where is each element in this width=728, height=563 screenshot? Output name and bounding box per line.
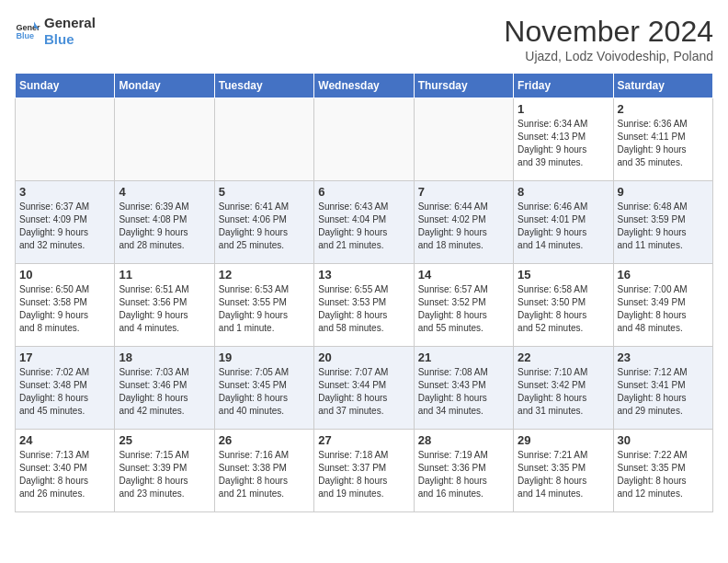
calendar-cell: 25Sunrise: 7:15 AM Sunset: 3:39 PM Dayli… <box>115 430 214 512</box>
weekday-header-saturday: Saturday <box>613 74 712 98</box>
calendar-cell: 23Sunrise: 7:12 AM Sunset: 3:41 PM Dayli… <box>613 347 712 430</box>
calendar-cell <box>414 98 513 181</box>
calendar-cell: 10Sunrise: 6:50 AM Sunset: 3:58 PM Dayli… <box>16 264 115 347</box>
calendar-cell: 6Sunrise: 6:43 AM Sunset: 4:04 PM Daylig… <box>314 181 414 264</box>
day-number: 24 <box>19 433 110 447</box>
day-info: Sunrise: 6:41 AM Sunset: 4:06 PM Dayligh… <box>219 201 310 252</box>
day-number: 4 <box>119 185 210 199</box>
day-number: 22 <box>518 350 609 364</box>
day-number: 13 <box>318 268 409 282</box>
calendar-table: SundayMondayTuesdayWednesdayThursdayFrid… <box>15 73 713 512</box>
calendar-cell: 18Sunrise: 7:03 AM Sunset: 3:46 PM Dayli… <box>115 347 214 430</box>
calendar-cell: 22Sunrise: 7:10 AM Sunset: 3:42 PM Dayli… <box>514 347 613 430</box>
logo-blue: Blue <box>44 31 96 48</box>
day-info: Sunrise: 7:03 AM Sunset: 3:46 PM Dayligh… <box>119 366 210 418</box>
day-info: Sunrise: 6:48 AM Sunset: 3:59 PM Dayligh… <box>618 201 709 252</box>
calendar-cell: 7Sunrise: 6:44 AM Sunset: 4:02 PM Daylig… <box>414 181 513 264</box>
week-row-1: 3Sunrise: 6:37 AM Sunset: 4:09 PM Daylig… <box>16 181 713 264</box>
day-number: 26 <box>219 433 310 447</box>
day-number: 8 <box>518 185 609 199</box>
calendar-cell: 15Sunrise: 6:58 AM Sunset: 3:50 PM Dayli… <box>514 264 613 347</box>
day-info: Sunrise: 6:44 AM Sunset: 4:02 PM Dayligh… <box>418 201 509 252</box>
day-number: 2 <box>618 102 709 116</box>
svg-text:Blue: Blue <box>16 31 34 40</box>
calendar-cell: 30Sunrise: 7:22 AM Sunset: 3:35 PM Dayli… <box>613 430 712 512</box>
header: General Blue General Blue November 2024 … <box>15 15 713 63</box>
day-number: 21 <box>418 350 509 364</box>
day-info: Sunrise: 6:37 AM Sunset: 4:09 PM Dayligh… <box>19 201 110 252</box>
day-info: Sunrise: 7:00 AM Sunset: 3:49 PM Dayligh… <box>618 283 709 335</box>
day-info: Sunrise: 7:12 AM Sunset: 3:41 PM Dayligh… <box>618 366 709 418</box>
day-number: 3 <box>19 185 110 199</box>
day-info: Sunrise: 6:50 AM Sunset: 3:58 PM Dayligh… <box>19 283 110 335</box>
calendar-cell: 8Sunrise: 6:46 AM Sunset: 4:01 PM Daylig… <box>514 181 613 264</box>
weekday-header-thursday: Thursday <box>414 74 513 98</box>
day-number: 10 <box>19 268 110 282</box>
day-info: Sunrise: 6:51 AM Sunset: 3:56 PM Dayligh… <box>119 283 210 335</box>
day-number: 6 <box>318 185 409 199</box>
calendar-cell: 4Sunrise: 6:39 AM Sunset: 4:08 PM Daylig… <box>115 181 214 264</box>
calendar-cell <box>214 98 313 181</box>
day-info: Sunrise: 6:57 AM Sunset: 3:52 PM Dayligh… <box>418 283 509 335</box>
logo-general: General <box>44 15 96 31</box>
day-number: 30 <box>618 433 709 447</box>
weekday-header-monday: Monday <box>115 74 214 98</box>
day-number: 29 <box>518 433 609 447</box>
day-number: 5 <box>219 185 310 199</box>
day-number: 19 <box>219 350 310 364</box>
day-info: Sunrise: 6:58 AM Sunset: 3:50 PM Dayligh… <box>518 283 609 335</box>
day-info: Sunrise: 7:05 AM Sunset: 3:45 PM Dayligh… <box>219 366 310 418</box>
day-number: 9 <box>618 185 709 199</box>
calendar-cell: 9Sunrise: 6:48 AM Sunset: 3:59 PM Daylig… <box>613 181 712 264</box>
day-number: 11 <box>119 268 210 282</box>
calendar-cell: 17Sunrise: 7:02 AM Sunset: 3:48 PM Dayli… <box>16 347 115 430</box>
calendar-cell: 29Sunrise: 7:21 AM Sunset: 3:35 PM Dayli… <box>514 430 613 512</box>
calendar-cell <box>115 98 214 181</box>
calendar-cell: 24Sunrise: 7:13 AM Sunset: 3:40 PM Dayli… <box>16 430 115 512</box>
calendar-cell: 1Sunrise: 6:34 AM Sunset: 4:13 PM Daylig… <box>514 98 613 181</box>
day-info: Sunrise: 6:46 AM Sunset: 4:01 PM Dayligh… <box>518 201 609 252</box>
week-row-3: 17Sunrise: 7:02 AM Sunset: 3:48 PM Dayli… <box>16 347 713 430</box>
day-info: Sunrise: 6:36 AM Sunset: 4:11 PM Dayligh… <box>618 118 709 169</box>
weekday-header-tuesday: Tuesday <box>214 74 313 98</box>
day-number: 25 <box>119 433 210 447</box>
calendar-cell: 2Sunrise: 6:36 AM Sunset: 4:11 PM Daylig… <box>613 98 712 181</box>
day-number: 17 <box>19 350 110 364</box>
day-info: Sunrise: 7:07 AM Sunset: 3:44 PM Dayligh… <box>318 366 409 418</box>
day-info: Sunrise: 7:22 AM Sunset: 3:35 PM Dayligh… <box>618 449 709 500</box>
calendar-cell: 19Sunrise: 7:05 AM Sunset: 3:45 PM Dayli… <box>214 347 313 430</box>
month-title: November 2024 <box>504 15 713 49</box>
calendar-cell: 5Sunrise: 6:41 AM Sunset: 4:06 PM Daylig… <box>214 181 313 264</box>
day-number: 7 <box>418 185 509 199</box>
week-row-4: 24Sunrise: 7:13 AM Sunset: 3:40 PM Dayli… <box>16 430 713 512</box>
calendar-cell: 13Sunrise: 6:55 AM Sunset: 3:53 PM Dayli… <box>314 264 414 347</box>
day-info: Sunrise: 7:15 AM Sunset: 3:39 PM Dayligh… <box>119 449 210 500</box>
day-number: 18 <box>119 350 210 364</box>
calendar-cell: 28Sunrise: 7:19 AM Sunset: 3:36 PM Dayli… <box>414 430 513 512</box>
calendar-cell: 3Sunrise: 6:37 AM Sunset: 4:09 PM Daylig… <box>16 181 115 264</box>
calendar-cell: 21Sunrise: 7:08 AM Sunset: 3:43 PM Dayli… <box>414 347 513 430</box>
title-area: November 2024 Ujazd, Lodz Voivodeship, P… <box>504 15 713 63</box>
day-info: Sunrise: 7:16 AM Sunset: 3:38 PM Dayligh… <box>219 449 310 500</box>
calendar-cell: 27Sunrise: 7:18 AM Sunset: 3:37 PM Dayli… <box>314 430 414 512</box>
week-row-2: 10Sunrise: 6:50 AM Sunset: 3:58 PM Dayli… <box>16 264 713 347</box>
day-info: Sunrise: 7:13 AM Sunset: 3:40 PM Dayligh… <box>19 449 110 500</box>
day-number: 1 <box>518 102 609 116</box>
day-info: Sunrise: 7:19 AM Sunset: 3:36 PM Dayligh… <box>418 449 509 500</box>
day-number: 12 <box>219 268 310 282</box>
calendar-cell: 16Sunrise: 7:00 AM Sunset: 3:49 PM Dayli… <box>613 264 712 347</box>
day-number: 14 <box>418 268 509 282</box>
location-subtitle: Ujazd, Lodz Voivodeship, Poland <box>504 49 713 63</box>
day-info: Sunrise: 6:43 AM Sunset: 4:04 PM Dayligh… <box>318 201 409 252</box>
day-info: Sunrise: 6:39 AM Sunset: 4:08 PM Dayligh… <box>119 201 210 252</box>
calendar-cell: 20Sunrise: 7:07 AM Sunset: 3:44 PM Dayli… <box>314 347 414 430</box>
day-number: 28 <box>418 433 509 447</box>
week-row-0: 1Sunrise: 6:34 AM Sunset: 4:13 PM Daylig… <box>16 98 713 181</box>
day-info: Sunrise: 7:18 AM Sunset: 3:37 PM Dayligh… <box>318 449 409 500</box>
calendar-cell <box>16 98 115 181</box>
day-info: Sunrise: 7:21 AM Sunset: 3:35 PM Dayligh… <box>518 449 609 500</box>
logo: General Blue General Blue <box>15 15 96 48</box>
day-number: 15 <box>518 268 609 282</box>
calendar-cell: 12Sunrise: 6:53 AM Sunset: 3:55 PM Dayli… <box>214 264 313 347</box>
day-number: 20 <box>318 350 409 364</box>
